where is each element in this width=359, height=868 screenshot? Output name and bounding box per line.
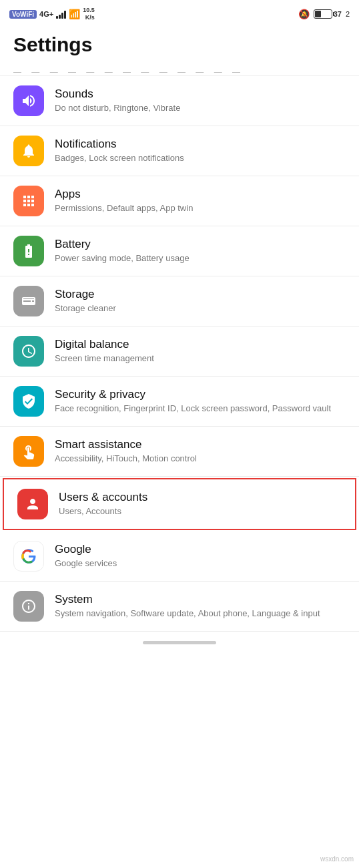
- notifications-text: Notifications Badges, Lock screen notifi…: [55, 138, 346, 164]
- users-accounts-subtitle: Users, Accounts: [59, 505, 342, 517]
- system-icon: [13, 591, 44, 622]
- signal-bars: [56, 9, 66, 19]
- google-subtitle: Google services: [55, 558, 346, 570]
- sounds-text: Sounds Do not disturb, Ringtone, Vibrate: [55, 87, 346, 114]
- watermark: wsxdn.com: [320, 855, 354, 863]
- users-accounts-text: Users & accounts Users, Accounts: [59, 491, 342, 517]
- system-title: System: [55, 593, 346, 606]
- smart-assistance-title: Smart assistance: [55, 438, 346, 451]
- settings-item-smart-assistance[interactable]: Smart assistance Accessibility, HiTouch,…: [0, 427, 359, 477]
- digital-balance-text: Digital balance Screen time management: [55, 338, 346, 365]
- wifi-icon: 📶: [69, 9, 80, 19]
- system-subtitle: System navigation, Software update, Abou…: [55, 608, 346, 620]
- storage-title: Storage: [55, 288, 346, 301]
- settings-item-users-accounts[interactable]: Users & accounts Users, Accounts: [3, 478, 356, 530]
- settings-item-digital-balance[interactable]: Digital balance Screen time management: [0, 327, 359, 377]
- settings-list: Sounds Do not disturb, Ringtone, Vibrate…: [0, 76, 359, 632]
- settings-item-google[interactable]: Google Google services: [0, 531, 359, 582]
- apps-subtitle: Permissions, Default apps, App twin: [55, 202, 346, 214]
- speed-text: 10.5K/s: [83, 7, 95, 21]
- battery-title: Battery: [55, 238, 346, 251]
- signal-bar-3: [61, 13, 63, 19]
- smart-assistance-text: Smart assistance Accessibility, HiTouch,…: [55, 438, 346, 465]
- signal-count: 2: [346, 10, 350, 18]
- smart-assistance-subtitle: Accessibility, HiTouch, Motion control: [55, 453, 346, 465]
- battery-fill: [315, 11, 321, 17]
- status-right: 🔕 37 2: [298, 9, 350, 19]
- battery-icon-wrap: [13, 236, 44, 266]
- battery-text: Battery Power saving mode, Battery usage: [55, 238, 346, 264]
- settings-item-storage[interactable]: Storage Storage cleaner: [0, 276, 359, 327]
- security-icon: [13, 386, 44, 417]
- storage-text: Storage Storage cleaner: [55, 288, 346, 314]
- users-accounts-icon: [17, 489, 48, 519]
- battery-subtitle: Power saving mode, Battery usage: [55, 252, 346, 264]
- sounds-subtitle: Do not disturb, Ringtone, Vibrate: [55, 102, 346, 114]
- page-title: Settings: [0, 27, 359, 61]
- vowifi-label: VoWiFi: [9, 10, 37, 19]
- signal-bar-2: [59, 15, 61, 19]
- google-text: Google Google services: [55, 543, 346, 570]
- digital-balance-icon: [13, 336, 44, 367]
- digital-balance-subtitle: Screen time management: [55, 353, 346, 365]
- apps-text: Apps Permissions, Default apps, App twin: [55, 188, 346, 214]
- settings-item-security[interactable]: Security & privacy Face recognition, Fin…: [0, 377, 359, 427]
- apps-title: Apps: [55, 188, 346, 201]
- battery-icon: [314, 9, 332, 19]
- settings-item-battery[interactable]: Battery Power saving mode, Battery usage: [0, 226, 359, 276]
- bell-icon: 🔕: [298, 9, 310, 19]
- settings-item-notifications[interactable]: Notifications Badges, Lock screen notifi…: [0, 126, 359, 176]
- digital-balance-title: Digital balance: [55, 338, 346, 351]
- storage-icon: [13, 286, 44, 316]
- home-bar: [143, 641, 216, 644]
- settings-item-system[interactable]: System System navigation, Software updat…: [0, 582, 359, 632]
- status-left: VoWiFi 4G+ 📶 10.5K/s: [9, 7, 95, 21]
- apps-icon: [13, 186, 44, 216]
- notifications-icon: [13, 136, 44, 166]
- partial-hint: — — — — — — — — — — — — —: [0, 61, 359, 76]
- settings-item-sounds[interactable]: Sounds Do not disturb, Ringtone, Vibrate: [0, 76, 359, 126]
- smart-assistance-icon: [13, 436, 44, 467]
- settings-item-apps[interactable]: Apps Permissions, Default apps, App twin: [0, 176, 359, 226]
- system-text: System System navigation, Software updat…: [55, 593, 346, 620]
- security-title: Security & privacy: [55, 388, 346, 401]
- google-title: Google: [55, 543, 346, 556]
- notifications-subtitle: Badges, Lock screen notifications: [55, 152, 346, 164]
- security-subtitle: Face recognition, Fingerprint ID, Lock s…: [55, 403, 346, 415]
- battery-container: 37: [314, 9, 342, 19]
- battery-percentage: 37: [334, 10, 342, 18]
- storage-subtitle: Storage cleaner: [55, 302, 346, 314]
- notifications-title: Notifications: [55, 138, 346, 151]
- network-type: 4G+: [39, 10, 53, 18]
- signal-bar-4: [64, 11, 66, 19]
- signal-bar-1: [56, 16, 58, 19]
- security-text: Security & privacy Face recognition, Fin…: [55, 388, 346, 415]
- status-bar: VoWiFi 4G+ 📶 10.5K/s 🔕 37 2: [0, 0, 359, 27]
- sounds-icon: [13, 85, 44, 116]
- home-indicator: [0, 632, 359, 651]
- google-icon: [13, 541, 44, 572]
- sounds-title: Sounds: [55, 87, 346, 101]
- users-accounts-title: Users & accounts: [59, 491, 342, 504]
